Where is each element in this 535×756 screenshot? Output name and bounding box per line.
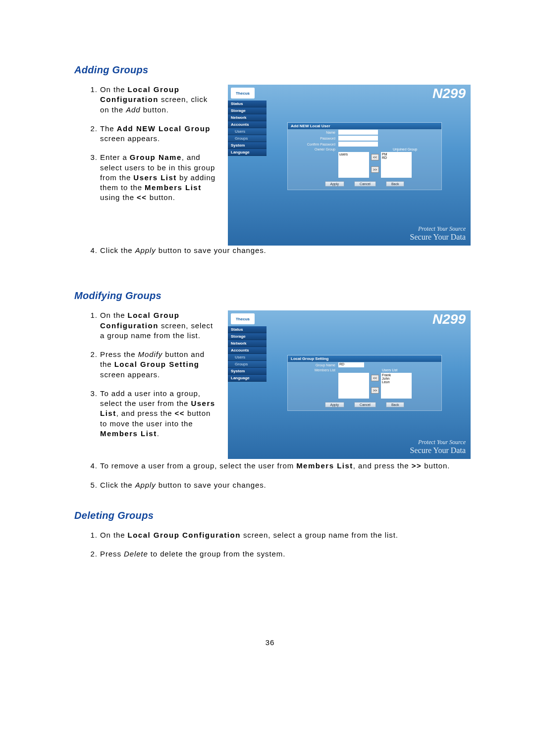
section-title-modifying: Modifying Groups <box>74 290 466 302</box>
cancel-button[interactable]: Cancel <box>354 402 376 407</box>
adding-step-3: Enter a Group Name, and select users to … <box>100 152 218 202</box>
modifying-step-3: To add a user into a group, select the u… <box>100 389 218 439</box>
back-button[interactable]: Back <box>386 181 405 187</box>
modifying-step-5: Click the Apply button to save your chan… <box>100 480 466 490</box>
adding-step-1: On the Local Group Configuration screen,… <box>100 85 218 115</box>
confirm-password-label: Confirm Password <box>291 143 338 146</box>
sidebar-item-groups[interactable]: Groups <box>228 361 267 368</box>
adding-steps: On the Local Group Configuration screen,… <box>74 85 218 203</box>
confirm-password-input[interactable] <box>338 142 378 147</box>
thecus-logo: Thecus <box>231 88 255 99</box>
members-listbox[interactable] <box>338 373 369 399</box>
name-input[interactable] <box>338 130 378 135</box>
sidebar-item-storage[interactable]: Storage <box>228 107 267 114</box>
sidebar-item-system[interactable]: System <box>228 142 267 149</box>
modifying-step-1: On the Local Group Configuration screen,… <box>100 310 218 341</box>
footer-tagline: Protect Your SourceSecure Your Data <box>410 225 466 242</box>
thecus-logo: Thecus <box>231 313 255 324</box>
sidebar-item-users[interactable]: Users <box>228 354 267 361</box>
sidebar-item-system[interactable]: System <box>228 368 267 375</box>
sidebar-item-network[interactable]: Network <box>228 340 267 347</box>
sidebar-item-storage[interactable]: Storage <box>228 333 267 340</box>
owner-group-list[interactable]: users <box>338 152 369 178</box>
screenshot-local-group-setting: Thecus N299 Status Storage Network Accou… <box>228 310 471 459</box>
section-title-adding: Adding Groups <box>74 64 466 76</box>
model-label: N299 <box>432 86 466 101</box>
users-listbox[interactable]: Frank John Leon <box>381 373 412 399</box>
move-right-button[interactable]: >> <box>371 166 379 173</box>
sidebar-item-language[interactable]: Language <box>228 375 267 382</box>
deleting-step-2: Press Delete to delete the group from th… <box>100 549 466 559</box>
users-list-label: Users List <box>382 368 397 372</box>
page-number: 36 <box>74 638 466 647</box>
cancel-button[interactable]: Cancel <box>354 181 376 187</box>
panel-title: Local Group Setting <box>288 355 441 362</box>
sidebar-item-status[interactable]: Status <box>228 326 267 333</box>
group-name-value: RD <box>338 362 364 367</box>
adding-step-2: The Add NEW Local Group screen appears. <box>100 124 218 144</box>
screenshot-add-new-local-user: Thecus N299 Status Storage Network Accou… <box>228 85 471 246</box>
deleting-steps: On the Local Group Configuration screen,… <box>74 530 466 559</box>
add-new-panel: Add NEW Local User Name Password Confirm… <box>287 122 442 190</box>
modifying-steps: On the Local Group Configuration screen,… <box>74 310 218 439</box>
sidebar-item-status[interactable]: Status <box>228 101 267 107</box>
unjoined-group-label: Unjoined Group <box>393 148 417 151</box>
footer-tagline: Protect Your SourceSecure Your Data <box>410 439 466 455</box>
owner-group-label: Owner Group <box>291 148 338 151</box>
deleting-step-1: On the Local Group Configuration screen,… <box>100 530 466 540</box>
name-label: Name <box>291 131 338 134</box>
password-input[interactable] <box>338 136 378 141</box>
apply-button[interactable]: Apply <box>325 402 345 407</box>
back-button[interactable]: Back <box>386 402 405 407</box>
modifying-step-2: Press the Modify button and the Local Gr… <box>100 350 218 380</box>
sidebar-item-users[interactable]: Users <box>228 128 267 135</box>
sidebar: Status Storage Network Accounts Users Gr… <box>228 326 267 382</box>
sidebar-item-language[interactable]: Language <box>228 149 267 156</box>
move-left-button[interactable]: << <box>371 154 379 160</box>
sidebar-item-network[interactable]: Network <box>228 114 267 121</box>
members-list-label: Members List <box>291 368 338 372</box>
sidebar-item-groups[interactable]: Groups <box>228 135 267 142</box>
local-group-setting-panel: Local Group Setting Group NameRD Members… <box>287 355 442 411</box>
modifying-step-4: To remove a user from a group, select th… <box>100 461 466 471</box>
password-label: Password <box>291 137 338 140</box>
sidebar-item-accounts[interactable]: Accounts <box>228 121 267 128</box>
section-title-deleting: Deleting Groups <box>74 510 466 521</box>
sidebar-item-accounts[interactable]: Accounts <box>228 347 267 354</box>
apply-button[interactable]: Apply <box>325 181 345 187</box>
sidebar: Status Storage Network Accounts Users Gr… <box>228 101 267 156</box>
unjoined-group-list[interactable]: PMRD <box>381 152 412 178</box>
move-left-button[interactable]: << <box>371 375 379 381</box>
group-name-label: Group Name <box>291 363 338 367</box>
move-right-button[interactable]: >> <box>371 387 379 394</box>
model-label: N299 <box>432 311 466 327</box>
panel-title: Add NEW Local User <box>288 123 441 129</box>
